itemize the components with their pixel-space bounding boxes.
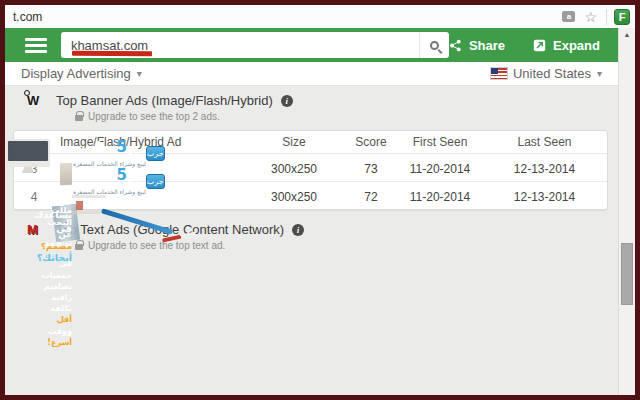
first-seen-column-header: First Seen [398,135,482,149]
translate-icon[interactable]: a [562,11,575,22]
expand-icon [533,39,546,52]
chevron-down-icon: ▾ [597,68,602,79]
lock-icon [75,115,83,121]
upgrade-note-text: Upgrade to see the top 2 ads. [88,111,220,122]
row-score: 73 [344,159,398,176]
info-icon[interactable]: i [292,224,304,236]
score-column-header: Score [344,135,398,149]
scrollbar[interactable]: ▲ [618,28,635,395]
upgrade-note: Upgrade to see the top 2 ads. [75,111,618,122]
row-first-seen: 11-20-2014 [398,159,482,176]
share-icon [449,39,462,52]
google-m-icon: M [27,222,42,237]
table-row: 4 هل مللت البحث عن مصمم؟ [14,181,607,209]
whois-w-icon: W [27,93,42,108]
lock-icon [75,244,83,250]
country-dropdown[interactable]: United States ▾ [491,66,602,81]
expand-button[interactable]: Expand [533,38,600,53]
row-last-seen: 12-13-2014 [482,187,607,204]
chevron-down-icon: ▾ [137,68,142,79]
search-button[interactable] [419,32,449,58]
us-flag-icon [491,68,507,79]
share-label: Share [469,38,505,53]
row-size: 300x250 [244,187,344,204]
menu-icon[interactable] [25,38,47,53]
category-label: Display Advertising [21,66,131,81]
browser-chrome: t.com a ☆ F [5,5,635,28]
results-page: Display Advertising ▾ United States ▾ W … [5,62,618,251]
row-first-seen: 11-20-2014 [398,187,482,204]
expand-label: Expand [553,38,600,53]
row-score: 72 [344,187,398,204]
upgrade-note-text: Upgrade to see the top text ad. [88,240,225,251]
filter-toolbar: Display Advertising ▾ United States ▾ [5,62,618,86]
country-label: United States [513,66,591,81]
bookmark-star-icon[interactable]: ☆ [584,10,597,24]
address-bar[interactable]: t.com [13,10,42,24]
text-ads-section-header: M Top Text Ads (Google Content Network) … [5,210,618,251]
row-last-seen: 12-13-2014 [482,159,607,176]
scrollbar-thumb[interactable] [621,243,633,305]
size-column-header: Size [244,135,344,149]
browser-window: t.com a ☆ F Share Expand [0,0,640,400]
banner-ads-table: Image/Flash/Hybrid Ad Size Score First S… [13,130,608,210]
extension-f-icon[interactable]: F [614,9,630,25]
scroll-up-arrow[interactable]: ▲ [619,31,635,38]
share-button[interactable]: Share [449,38,505,53]
banner-ads-section-header: W Top Banner Ads (Image/Flash/Hybrid) i … [5,86,618,122]
banner-section-title: Top Banner Ads (Image/Flash/Hybrid) [56,93,273,108]
row-ad-cell: هل مللت البحث عن مصمم؟ في خمسات تصاميم ر… [54,187,244,204]
category-dropdown[interactable]: Display Advertising ▾ [21,66,142,81]
row-size: 300x250 [244,159,344,176]
app-header: Share Expand [5,28,618,62]
upgrade-note: Upgrade to see the top text ad. [75,240,618,251]
omnibox-divider [606,9,607,25]
search-icon [430,41,439,50]
info-icon[interactable]: i [281,95,293,107]
red-underline-annotation [72,51,152,57]
last-seen-column-header: Last Seen [482,135,607,149]
